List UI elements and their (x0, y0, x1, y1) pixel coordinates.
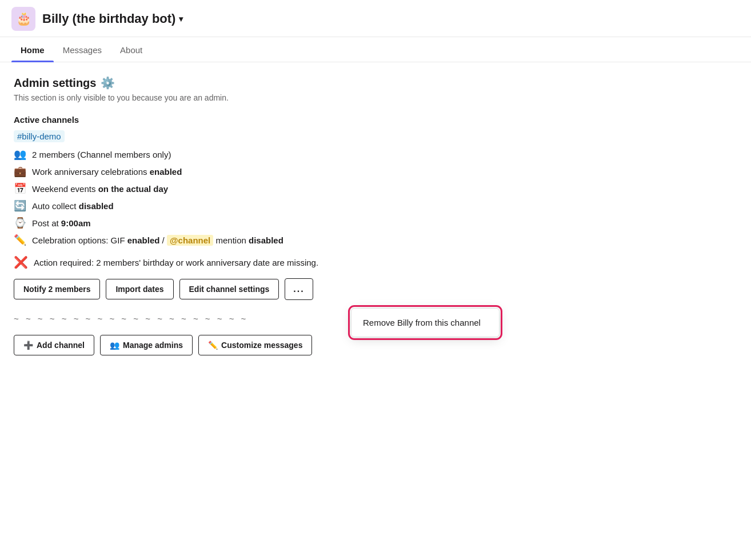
add-channel-button[interactable]: ➕ Add channel (14, 335, 94, 355)
notify-members-button[interactable]: Notify 2 members (14, 279, 100, 299)
list-item: 💼 Work anniversary celebrations enabled (14, 165, 501, 178)
notify-members-label: Notify 2 members (23, 285, 90, 294)
section-heading-text: Admin settings (14, 77, 96, 90)
section-description: This section is only visible to you beca… (14, 93, 501, 102)
app-icon-emoji: 🎂 (16, 11, 31, 26)
more-options-button[interactable]: ... (285, 278, 313, 300)
active-channels-heading: Active channels (14, 115, 501, 125)
weekend-bold: on the actual day (98, 184, 169, 194)
anniversary-bold: enabled (150, 167, 182, 177)
list-item: 🔄 Auto collect disabled (14, 199, 501, 212)
action-required-text: Action required: 2 members' birthday or … (34, 258, 318, 267)
channel-link[interactable]: #billy-demo (14, 130, 65, 142)
anniversary-icon: 💼 (14, 165, 26, 178)
add-channel-label: Add channel (37, 341, 85, 350)
edit-channel-settings-label: Edit channel settings (189, 285, 270, 294)
autocollect-bold: disabled (79, 201, 114, 211)
more-options-label: ... (293, 284, 304, 294)
list-item: ⌚ Post at 9:00am (14, 217, 501, 229)
dropdown-menu: Remove Billy from this channel (351, 308, 500, 337)
app-icon: 🎂 (11, 7, 35, 31)
customize-messages-label: Customize messages (221, 341, 302, 350)
error-icon: ❌ (14, 255, 28, 269)
action-required: ❌ Action required: 2 members' birthday o… (14, 255, 501, 269)
list-item: ✏️ Celebration options: GIF enabled / @c… (14, 234, 501, 246)
postat-icon: ⌚ (14, 217, 26, 229)
remove-billy-button[interactable]: Remove Billy from this channel (351, 309, 499, 337)
customize-messages-button[interactable]: ✏️ Customize messages (198, 335, 312, 355)
remove-billy-label: Remove Billy from this channel (363, 318, 481, 327)
edit-channel-settings-button[interactable]: Edit channel settings (179, 279, 279, 299)
manage-admins-icon: 👥 (110, 341, 119, 350)
app-title-chevron[interactable]: ▾ (179, 14, 183, 23)
members-icon: 👥 (14, 148, 26, 161)
anniversary-text: Work anniversary celebrations enabled (32, 167, 182, 177)
postat-bold: 9:00am (61, 218, 91, 228)
manage-admins-button[interactable]: 👥 Manage admins (100, 335, 193, 355)
manage-admins-label: Manage admins (123, 341, 183, 350)
section-heading: Admin settings ⚙️ (14, 76, 501, 90)
nav-tabs: Home Messages About (0, 37, 751, 62)
channel-info-list: 👥 2 members (Channel members only) 💼 Wor… (14, 148, 501, 246)
postat-text: Post at 9:00am (32, 218, 91, 228)
tab-messages[interactable]: Messages (54, 37, 111, 62)
celebration-icon: ✏️ (14, 234, 26, 246)
autocollect-icon: 🔄 (14, 199, 26, 212)
tab-about[interactable]: About (111, 37, 151, 62)
action-buttons-row: Notify 2 members Import dates Edit chann… (14, 278, 501, 300)
gif-bold: enabled (127, 235, 160, 245)
customize-messages-icon: ✏️ (208, 341, 218, 350)
mention-bold: disabled (249, 235, 283, 245)
app-header: 🎂 Billy (the birthday bot) ▾ (0, 0, 751, 37)
main-content: Admin settings ⚙️ This section is only v… (0, 62, 514, 369)
bottom-buttons-row: ➕ Add channel 👥 Manage admins ✏️ Customi… (14, 335, 501, 355)
channel-mention: @channel (167, 235, 213, 246)
list-item: 👥 2 members (Channel members only) (14, 148, 501, 161)
app-title: Billy (the birthday bot) ▾ (42, 11, 183, 26)
celebration-text: Celebration options: GIF enabled / @chan… (32, 235, 283, 245)
autocollect-text: Auto collect disabled (32, 201, 114, 211)
members-text: 2 members (Channel members only) (32, 150, 171, 159)
tab-home[interactable]: Home (11, 37, 54, 62)
app-title-text: Billy (the birthday bot) (42, 11, 175, 26)
weekend-icon: 📅 (14, 182, 26, 195)
add-channel-icon: ➕ (23, 341, 33, 350)
import-dates-button[interactable]: Import dates (106, 279, 173, 299)
gear-icon: ⚙️ (101, 76, 115, 90)
import-dates-label: Import dates (115, 285, 163, 294)
list-item: 📅 Weekend events on the actual day (14, 182, 501, 195)
weekend-text: Weekend events on the actual day (32, 184, 168, 194)
